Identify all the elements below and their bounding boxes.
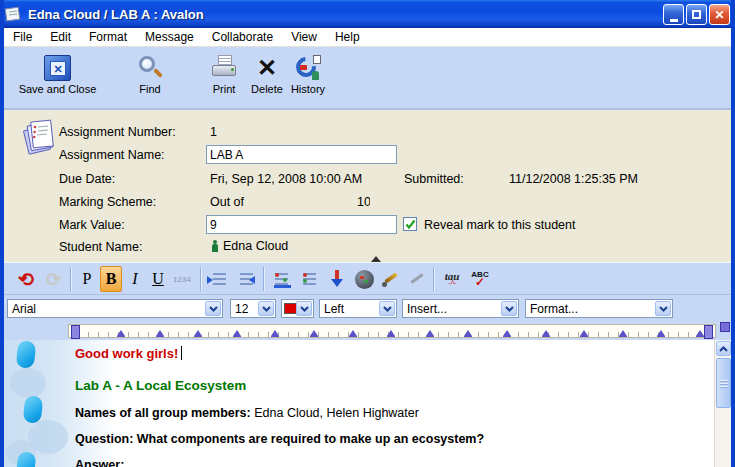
document-editor[interactable]: Good work girls! Lab A - A Local Ecosyst… (4, 340, 731, 467)
indent-decrease-icon (236, 270, 256, 288)
font-size-button[interactable]: 1234 (170, 266, 194, 292)
indent-increase-button[interactable] (207, 266, 231, 292)
eyedropper-icon (382, 270, 400, 288)
chevron-down-icon (258, 301, 274, 316)
right-margin-marker[interactable] (704, 325, 713, 339)
font-color-select[interactable] (281, 299, 314, 318)
redo-button[interactable]: ⟳ (42, 266, 66, 292)
save-and-close-button[interactable]: ✕ Save and Close (10, 55, 105, 95)
menu-collaborate[interactable]: Collaborate (203, 30, 282, 44)
paragraph-spacing-icon (301, 270, 321, 288)
due-date-label: Due Date: (59, 172, 115, 186)
menu-bar: File Edit Format Message Collaborate Vie… (4, 28, 731, 47)
bold-button[interactable]: B (100, 266, 122, 292)
redo-icon: ⟳ (46, 268, 62, 291)
minimize-button[interactable] (663, 4, 684, 25)
title-bar[interactable]: Edna Cloud / LAB A : Avalon ✕ (0, 0, 735, 28)
format-painter-button[interactable] (405, 266, 429, 292)
history-button[interactable]: History (286, 55, 330, 95)
ruler-settings-button[interactable] (270, 266, 296, 292)
teacher-comment: Good work girls! (75, 346, 182, 361)
style-dropdown-row: Arial 12 Left Insert... Format... (4, 295, 731, 322)
menu-message[interactable]: Message (136, 30, 203, 44)
delete-icon: ✕ (246, 55, 288, 81)
assignment-notes-icon (20, 118, 54, 156)
due-date-value: Fri, Sep 12, 2008 10:00 AM (210, 172, 362, 186)
application-window: Edna Cloud / LAB A : Avalon ✕ File Edit … (0, 0, 735, 467)
maximize-button[interactable] (686, 4, 707, 25)
undo-button[interactable]: ⟲ (14, 266, 38, 292)
find-button[interactable]: Find (122, 55, 178, 95)
assignment-name-input[interactable] (206, 145, 397, 164)
assignment-form: Assignment Number: 1 Assignment Name: Du… (4, 112, 731, 262)
menu-file[interactable]: File (4, 30, 41, 44)
main-toolbar: ✕ Save and Close Find Print ✕ Delete His… (4, 47, 731, 110)
color-picker-button[interactable] (379, 266, 403, 292)
left-margin-marker[interactable] (71, 325, 80, 339)
mark-value-input[interactable] (206, 215, 397, 234)
menu-help[interactable]: Help (326, 30, 369, 44)
mark-value-label: Mark Value: (59, 218, 125, 232)
history-icon (294, 55, 322, 81)
web-link-button[interactable] (352, 266, 376, 292)
plain-text-button[interactable]: P (76, 266, 98, 292)
pen-icon (408, 270, 426, 288)
save-icon: ✕ (44, 55, 71, 81)
ruler-row (4, 322, 731, 340)
submitted-value: 11/12/2008 1:25:35 PM (509, 172, 638, 186)
group-members-line: Names of all group members: Edna Cloud, … (75, 406, 419, 420)
italic-button[interactable]: I (124, 266, 146, 292)
chevron-down-icon (205, 301, 221, 316)
question-line: Question: What components are required t… (75, 432, 484, 446)
signature-button[interactable]: tau-^- (438, 266, 466, 292)
reveal-mark-checkbox[interactable] (403, 217, 417, 231)
underline-button[interactable]: U (147, 266, 169, 292)
submitted-label: Submitted: (404, 172, 464, 186)
spell-check-button[interactable]: ABC✓ (466, 266, 494, 292)
chevron-down-icon (296, 301, 312, 316)
stationery-bead (23, 395, 44, 424)
scroll-up-button[interactable] (716, 341, 731, 356)
vertical-scrollbar[interactable] (714, 340, 731, 467)
menu-view[interactable]: View (282, 30, 326, 44)
undo-icon: ⟲ (18, 268, 34, 291)
spell-check-icon: ABC✓ (471, 271, 488, 287)
delete-button[interactable]: ✕ Delete (246, 55, 288, 95)
print-button[interactable]: Print (202, 55, 246, 95)
chevron-down-icon (379, 301, 395, 316)
indent-increase-icon (209, 270, 229, 288)
ruler-settings-icon (273, 270, 293, 288)
marking-scheme-total: 10 (357, 195, 370, 209)
signature-icon: tau-^- (445, 272, 460, 287)
find-icon (137, 55, 163, 81)
menu-format[interactable]: Format (80, 30, 136, 44)
text-caret (181, 346, 182, 360)
stationery-bead (16, 340, 37, 369)
chevron-down-icon (655, 301, 671, 316)
close-button[interactable]: ✕ (709, 4, 730, 25)
chevron-down-icon (501, 301, 517, 316)
ruler[interactable] (68, 324, 716, 338)
student-name-value[interactable]: Edna Cloud (223, 239, 288, 253)
scrollbar-thumb[interactable] (716, 358, 731, 408)
format-select[interactable]: Format... (525, 299, 673, 318)
insert-below-button[interactable] (326, 266, 348, 292)
window-note-icon (4, 6, 22, 22)
chevron-up-icon (719, 346, 728, 352)
alignment-select[interactable]: Left (319, 299, 397, 318)
format-toolbar: ⟲ ⟳ P B I U 1234 (4, 262, 731, 295)
menu-edit[interactable]: Edit (41, 30, 80, 44)
student-person-icon (211, 240, 218, 252)
document-title: Lab A - A Local Ecosystem (75, 378, 246, 393)
marking-scheme-type[interactable]: Out of (210, 195, 244, 209)
reveal-mark-label: Reveal mark to this student (424, 218, 575, 232)
insert-select[interactable]: Insert... (402, 299, 519, 318)
student-name-label: Student Name: (59, 240, 142, 254)
assignment-number-value: 1 (210, 125, 217, 139)
font-size-select[interactable]: 12 (230, 299, 276, 318)
indent-decrease-button[interactable] (234, 266, 258, 292)
paragraph-spacing-button[interactable] (298, 266, 324, 292)
window-title: Edna Cloud / LAB A : Avalon (28, 7, 204, 22)
ruler-corner-icon (720, 322, 730, 332)
font-family-select[interactable]: Arial (7, 299, 223, 318)
